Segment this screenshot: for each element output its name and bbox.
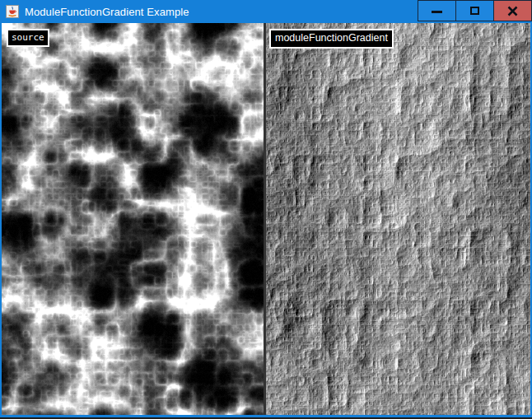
window-title: ModuleFunctionGradient Example	[25, 6, 189, 18]
app-window: ModuleFunctionGradient Example source mo…	[0, 0, 532, 419]
titlebar[interactable]: ModuleFunctionGradient Example	[0, 0, 532, 23]
close-icon	[507, 6, 518, 16]
image-panels: source moduleFunctionGradient	[0, 23, 532, 415]
minimize-icon	[432, 11, 442, 13]
java-coffee-cup-icon[interactable]	[6, 5, 19, 18]
source-panel: source	[2, 23, 264, 415]
maximize-icon	[470, 7, 479, 15]
maximize-button[interactable]	[455, 0, 494, 21]
source-image-label: source	[7, 29, 49, 47]
window-controls	[418, 0, 532, 21]
module-function-gradient-image	[266, 23, 530, 415]
source-image	[2, 23, 264, 415]
close-button[interactable]	[493, 0, 532, 21]
gradient-image-label: moduleFunctionGradient	[269, 29, 394, 49]
minimize-button[interactable]	[418, 0, 456, 21]
gradient-panel: moduleFunctionGradient	[266, 23, 530, 415]
